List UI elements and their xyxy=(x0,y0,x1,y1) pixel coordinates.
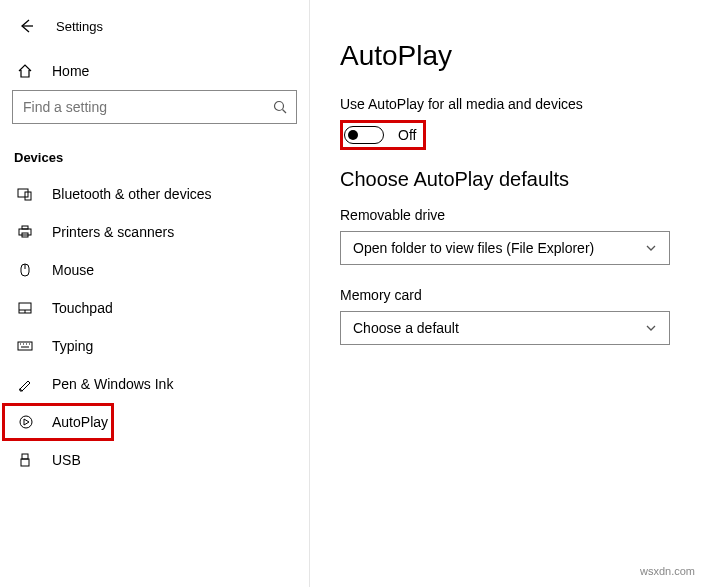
sidebar-item-label: USB xyxy=(52,452,81,468)
sidebar-header: Settings xyxy=(0,12,309,52)
removable-drive-value: Open folder to view files (File Explorer… xyxy=(353,240,594,256)
sidebar-item-typing[interactable]: Typing xyxy=(0,327,309,365)
autoplay-icon xyxy=(18,413,34,431)
svg-rect-13 xyxy=(18,342,32,350)
defaults-heading: Choose AutoPlay defaults xyxy=(340,168,675,191)
keyboard-icon xyxy=(16,337,34,355)
svg-rect-3 xyxy=(18,189,28,197)
sidebar-item-label: Typing xyxy=(52,338,93,354)
svg-rect-21 xyxy=(21,459,29,466)
sidebar-item-mouse[interactable]: Mouse xyxy=(0,251,309,289)
memory-card-label: Memory card xyxy=(340,287,675,303)
sidebar-item-label: Printers & scanners xyxy=(52,224,174,240)
sidebar-item-label: Bluetooth & other devices xyxy=(52,186,212,202)
search-icon xyxy=(273,100,287,114)
app-title: Settings xyxy=(56,19,103,34)
sidebar-item-usb[interactable]: USB xyxy=(0,441,309,479)
sidebar-item-pen[interactable]: Pen & Windows Ink xyxy=(0,365,309,403)
sidebar: Settings Home Devices Bluetooth & other … xyxy=(0,0,310,587)
sidebar-item-label: Touchpad xyxy=(52,300,113,316)
page-title: AutoPlay xyxy=(340,40,675,72)
svg-rect-20 xyxy=(22,454,28,459)
autoplay-toggle-row: Off xyxy=(340,120,426,150)
svg-line-2 xyxy=(283,110,287,114)
sidebar-item-autoplay[interactable]: AutoPlay xyxy=(2,403,114,441)
memory-card-dropdown[interactable]: Choose a default xyxy=(340,311,670,345)
memory-card-value: Choose a default xyxy=(353,320,459,336)
sidebar-item-touchpad[interactable]: Touchpad xyxy=(0,289,309,327)
main-content: AutoPlay Use AutoPlay for all media and … xyxy=(310,0,705,587)
nav-home[interactable]: Home xyxy=(0,52,309,90)
chevron-down-icon xyxy=(645,242,657,254)
removable-drive-label: Removable drive xyxy=(340,207,675,223)
toggle-knob xyxy=(348,130,358,140)
sidebar-item-bluetooth[interactable]: Bluetooth & other devices xyxy=(0,175,309,213)
removable-drive-dropdown[interactable]: Open folder to view files (File Explorer… xyxy=(340,231,670,265)
usb-icon xyxy=(16,451,34,469)
watermark: wsxdn.com xyxy=(640,565,695,577)
svg-rect-5 xyxy=(19,229,31,235)
sidebar-item-label: Mouse xyxy=(52,262,94,278)
touchpad-icon xyxy=(16,299,34,317)
search-input[interactable] xyxy=(12,90,297,124)
sidebar-item-label: Pen & Windows Ink xyxy=(52,376,173,392)
chevron-down-icon xyxy=(645,322,657,334)
search-container xyxy=(12,90,297,124)
autoplay-toggle-state: Off xyxy=(398,127,416,143)
svg-point-1 xyxy=(275,102,284,111)
sidebar-item-label: AutoPlay xyxy=(52,414,108,430)
back-arrow-icon[interactable] xyxy=(16,16,36,36)
svg-rect-6 xyxy=(22,226,28,229)
pen-icon xyxy=(16,375,34,393)
autoplay-toggle-label: Use AutoPlay for all media and devices xyxy=(340,96,675,112)
autoplay-toggle[interactable] xyxy=(344,126,384,144)
svg-point-19 xyxy=(20,416,32,428)
mouse-icon xyxy=(16,261,34,279)
printer-icon xyxy=(16,223,34,241)
devices-icon xyxy=(16,185,34,203)
nav-home-label: Home xyxy=(52,63,89,79)
sidebar-category: Devices xyxy=(0,136,309,175)
sidebar-item-printers[interactable]: Printers & scanners xyxy=(0,213,309,251)
home-icon xyxy=(16,62,34,80)
